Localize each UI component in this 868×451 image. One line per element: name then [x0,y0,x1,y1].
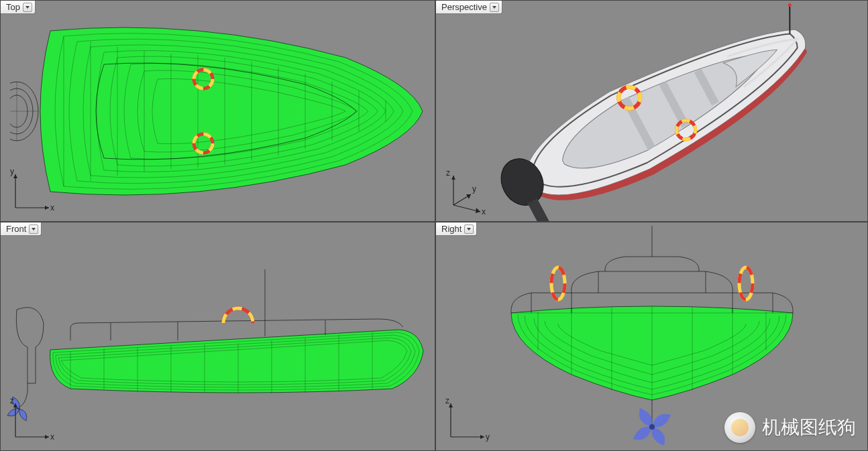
life-ring-icon [739,267,753,300]
viewport-label-text: Front [6,224,26,234]
outboard-motor-icon [7,308,44,421]
svg-point-82 [649,424,655,430]
viewport-label-front[interactable]: Front [1,222,42,236]
life-ring-icon [551,267,565,300]
viewport-label-text: Right [441,224,462,234]
viewport-label-text: Perspective [441,2,487,12]
chevron-down-icon[interactable] [23,3,32,12]
svg-line-29 [777,5,801,34]
viewport-label-perspective[interactable]: Perspective [436,1,502,14]
viewport-label-right[interactable]: Right [436,222,477,236]
propeller-icon [7,397,27,421]
viewport-front[interactable]: Front [0,222,435,451]
svg-point-30 [787,3,792,7]
chevron-down-icon[interactable] [490,3,499,12]
viewport-label-text: Top [6,2,20,12]
viewport-top[interactable]: Top [0,0,435,222]
svg-rect-36 [527,198,549,221]
model-top-view [1,1,435,221]
viewport-label-top[interactable]: Top [1,1,36,14]
viewport-grid: Top [0,0,868,451]
model-front-view [1,222,435,450]
chevron-down-icon[interactable] [464,224,474,234]
chevron-down-icon[interactable] [29,224,38,234]
outboard-motor-icon [10,82,38,141]
model-right-view [436,222,867,450]
viewport-perspective[interactable]: Perspective [435,0,868,222]
model-perspective-view [436,1,867,221]
viewport-right[interactable]: Right [435,222,868,451]
